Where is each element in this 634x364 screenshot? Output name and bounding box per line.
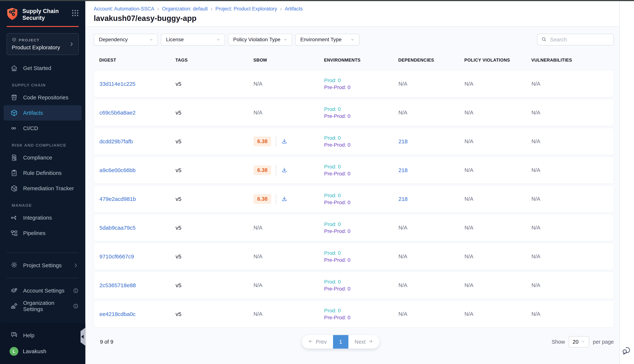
dependencies-cell: N/A — [399, 81, 407, 87]
sidebar-item-label: Get Started — [23, 65, 51, 71]
sbom-download-button[interactable] — [281, 138, 288, 145]
sidebar-item-artifacts[interactable]: Artifacts — [4, 105, 82, 120]
sidebar-item-account-settings[interactable]: Account Settings — [0, 283, 85, 298]
sidebar-item-remediation-tracker[interactable]: Remediation Tracker — [0, 181, 85, 196]
next-page-button[interactable]: Next — [348, 335, 380, 348]
table-row: a9c6e00c66bbv5 6.38 Prod: 0 Pre-Prod: 0 … — [94, 157, 614, 184]
breadcrumb-link-organization-default[interactable]: Organization: default — [162, 6, 208, 12]
dependencies-link[interactable]: 218 — [399, 138, 408, 144]
sbom-cell: 6.38 — [253, 194, 324, 204]
user-menu[interactable]: L Lavakush — [0, 343, 85, 360]
main-row: Supply Chain Security PROJECT Product Ex… — [0, 1, 634, 364]
sidebar: Supply Chain Security PROJECT Product Ex… — [0, 1, 85, 364]
screen: Supply Chain Security PROJECT Product Ex… — [0, 0, 634, 364]
sbom-divider — [276, 136, 276, 147]
dependencies-link[interactable]: 218 — [399, 167, 408, 173]
org-settings-icon — [10, 302, 18, 310]
sidebar-divider — [7, 252, 79, 253]
sbom-cell: N/A — [253, 311, 262, 317]
sidebar-item-label: Artifacts — [23, 110, 43, 116]
dependencies-cell: N/A — [399, 225, 407, 230]
filter-dropdown-environment-type[interactable]: Environment Type — [295, 34, 359, 46]
environments-cell: Prod: 0 Pre-Prod: 0 — [324, 307, 399, 321]
sbom-cell: N/A — [253, 225, 262, 230]
artifact-digest-link[interactable]: a9c6e00c66bb — [99, 167, 136, 173]
filter-dropdown-license[interactable]: License — [161, 34, 225, 46]
env-preprod-count: Pre-Prod: 0 — [324, 170, 399, 177]
page-number-button[interactable]: 1 — [333, 335, 348, 348]
arrow-left-icon — [308, 339, 313, 345]
download-icon — [281, 167, 288, 174]
artifact-digest-link[interactable]: c69c5b6a8ae2 — [99, 110, 136, 116]
environments-cell: Prod: 0 Pre-Prod: 0 — [324, 106, 399, 120]
artifact-digest-link[interactable]: 5dab9caa79c5 — [99, 225, 136, 231]
sidebar-divider — [7, 278, 79, 278]
artifact-digest-link[interactable]: ee4218cdba0c — [99, 311, 136, 317]
breadcrumb-link-account-automation-ssca[interactable]: Account: Automation-SSCA — [94, 6, 154, 12]
info-icon[interactable] — [73, 288, 79, 294]
sbom-score-badge: 6.38 — [253, 165, 271, 175]
filter-dropdown-policy-violation-type[interactable]: Policy Violation Type — [228, 34, 292, 46]
project-selector[interactable]: PROJECT Product Exploratory — [7, 33, 79, 55]
sidebar-item-organization-settings[interactable]: Organization Settings — [0, 298, 85, 314]
tags-cell: v5 — [176, 282, 253, 288]
chat-bubbles-icon[interactable] — [621, 345, 632, 356]
search-input[interactable] — [550, 36, 610, 43]
filter-label: Dependency — [99, 37, 128, 42]
module-grid-icon[interactable] — [71, 9, 79, 17]
sidebar-item-pipelines[interactable]: Pipelines — [0, 226, 85, 241]
environments-cell: Prod: 0 Pre-Prod: 0 — [324, 163, 399, 177]
shield-logo-icon — [6, 7, 18, 20]
env-prod-count: Prod: 0 — [324, 163, 399, 170]
rule-definitions-icon — [10, 169, 18, 177]
filter-label: Environment Type — [300, 37, 342, 42]
chevron-right-icon — [73, 262, 79, 268]
sidebar-item-help[interactable]: Help — [0, 328, 85, 343]
column-header-digest: DIGEST — [99, 58, 175, 63]
cicd-infinity-icon — [10, 124, 18, 132]
artifact-digest-link[interactable]: 9710cf6667c9 — [99, 254, 134, 260]
breadcrumb-link-project-product-exploratory[interactable]: Project: Product Exploratory — [215, 6, 277, 12]
chevron-right-icon — [69, 42, 74, 47]
environments-cell: Prod: 0 Pre-Prod: 0 — [324, 250, 399, 264]
sbom-cell: N/A — [253, 282, 262, 288]
table-row: 9710cf6667c9v5N/A Prod: 0 Pre-Prod: 0 N/… — [94, 243, 614, 270]
tags-cell: v5 — [176, 311, 253, 317]
search-box[interactable] — [537, 34, 614, 46]
prev-page-button[interactable]: Prev — [302, 335, 333, 348]
env-preprod-count: Pre-Prod: 0 — [324, 199, 399, 206]
sidebar-item-label: CI/CD — [23, 125, 38, 132]
sidebar-item-compliance[interactable]: Compliance — [0, 150, 85, 165]
chat-bubbles-icon — [621, 345, 632, 356]
env-preprod-count: Pre-Prod: 0 — [324, 84, 399, 91]
page-size-select[interactable]: 20 — [569, 336, 589, 348]
sidebar-item-code-repositories[interactable]: Code Repositories — [0, 90, 85, 105]
env-preprod-count: Pre-Prod: 0 — [324, 142, 399, 148]
vulnerabilities-cell: N/A — [531, 138, 614, 144]
dependencies-link[interactable]: 218 — [399, 196, 408, 202]
sbom-download-button[interactable] — [281, 196, 288, 202]
env-preprod-count: Pre-Prod: 0 — [324, 285, 399, 292]
artifact-digest-link[interactable]: 479e2acd981b — [99, 196, 136, 202]
filter-dropdown-dependency[interactable]: Dependency — [94, 34, 158, 46]
sidebar-item-get-started[interactable]: Get Started — [0, 60, 85, 76]
sbom-download-button[interactable] — [281, 167, 288, 174]
info-icon[interactable] — [73, 303, 79, 309]
collapse-arrow-icon — [81, 335, 84, 339]
sidebar-item-integrations[interactable]: Integrations — [0, 210, 85, 226]
artifact-digest-link[interactable]: 33d114e1c225 — [99, 81, 135, 87]
vulnerabilities-cell: N/A — [531, 254, 614, 260]
artifact-digest-link[interactable]: dcdd29b7fafb — [99, 138, 133, 144]
dependencies-cell: N/A — [399, 110, 407, 116]
sidebar-item-rule-definitions[interactable]: Rule Definitions — [0, 165, 85, 181]
artifact-digest-link[interactable]: 2c5365718e88 — [99, 282, 136, 288]
breadcrumb-link-artifacts[interactable]: Artifacts — [285, 6, 303, 12]
arrow-right-icon — [368, 339, 373, 344]
remediation-tracker-icon — [10, 184, 18, 192]
environments-cell: Prod: 0 Pre-Prod: 0 — [324, 77, 399, 91]
sidebar-item-ci-cd[interactable]: CI/CD — [0, 120, 85, 136]
policy-violations-cell: N/A — [465, 196, 531, 202]
chevron-right-icon — [73, 262, 79, 268]
pipelines-icon — [10, 229, 18, 237]
sidebar-item-project-settings[interactable]: Project Settings — [0, 258, 85, 273]
